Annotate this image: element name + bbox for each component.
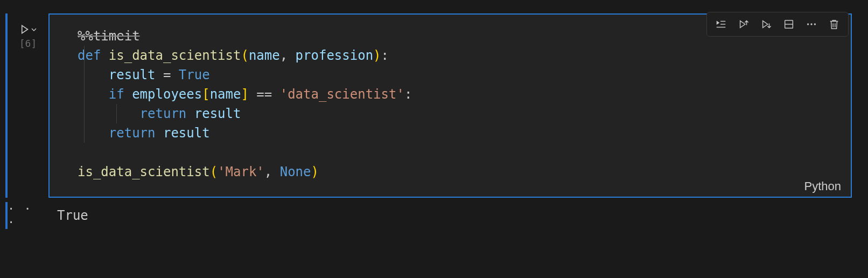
output-text: True <box>48 205 868 226</box>
svg-point-7 <box>814 23 816 25</box>
execute-below-icon[interactable] <box>755 15 777 34</box>
more-actions-icon[interactable] <box>801 15 822 34</box>
run-by-line-icon[interactable] <box>710 15 732 34</box>
delete-cell-icon[interactable] <box>823 15 845 34</box>
code-cell-row: [6] %%timeit def is_data_scientist(name,… <box>0 13 868 198</box>
execute-above-icon[interactable] <box>733 15 754 34</box>
cell-gutter: [6] <box>8 13 48 54</box>
run-cell-button[interactable] <box>19 24 37 34</box>
magic-command: %%timeit <box>78 29 140 44</box>
svg-point-6 <box>810 23 812 25</box>
split-cell-icon[interactable] <box>778 15 800 34</box>
cell-toolbar <box>706 12 849 37</box>
language-label[interactable]: Python <box>804 179 842 193</box>
execution-count: [6] <box>19 38 37 49</box>
notebook-cell: [6] %%timeit def is_data_scientist(name,… <box>0 0 868 229</box>
cell-editor[interactable]: %%timeit def is_data_scientist(name, pro… <box>48 13 852 198</box>
output-row: · · · True <box>0 202 868 229</box>
output-menu-icon[interactable]: · · · <box>8 202 48 229</box>
svg-point-5 <box>807 23 809 25</box>
code-content[interactable]: %%timeit def is_data_scientist(name, pro… <box>50 15 851 197</box>
